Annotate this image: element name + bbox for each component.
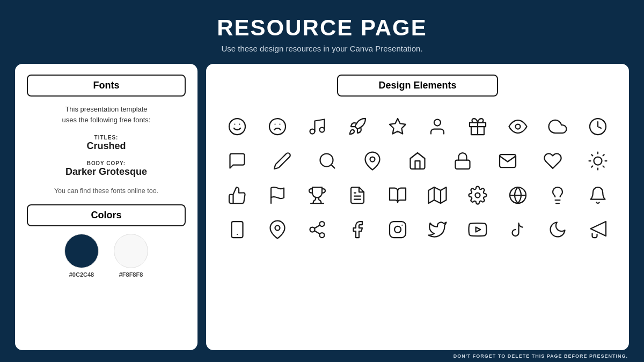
icon-eye <box>502 113 534 141</box>
body-font-item: BODY COPY: Darker Grotesque <box>27 160 186 178</box>
icon-globe <box>502 181 534 209</box>
swatch-dark: #0C2C48 <box>64 234 99 278</box>
icon-share <box>301 216 333 243</box>
svg-marker-48 <box>476 227 481 232</box>
svg-line-44 <box>314 231 320 234</box>
icon-moon <box>541 216 574 243</box>
icon-instagram <box>382 216 414 243</box>
icon-bulb <box>541 181 574 209</box>
color-swatches: #0C2C48 #F8F8F8 <box>27 234 186 278</box>
svg-point-42 <box>310 227 315 232</box>
icon-gift <box>462 113 494 141</box>
svg-line-26 <box>603 154 604 156</box>
icon-tiktok <box>502 216 534 243</box>
icon-lock <box>447 147 479 175</box>
icon-flag <box>261 181 294 209</box>
svg-point-7 <box>320 128 325 132</box>
swatch-light-circle <box>114 234 148 268</box>
icon-mail <box>492 147 524 175</box>
icon-document <box>341 181 374 209</box>
fonts-section-label: Fonts <box>27 75 186 97</box>
icon-music <box>301 113 333 141</box>
icon-row-1 <box>221 113 614 141</box>
icon-heart <box>537 147 569 175</box>
footer-note: Don't forget to delete this page before … <box>0 350 644 362</box>
svg-line-25 <box>591 166 592 167</box>
svg-point-6 <box>310 129 315 134</box>
title-font-item: TITLES: Crushed <box>27 135 186 152</box>
right-panel: Design Elements <box>206 64 629 350</box>
icon-book <box>382 181 414 209</box>
title-font-name: Crushed <box>27 141 186 152</box>
icon-row-2 <box>221 147 614 175</box>
svg-point-41 <box>320 221 325 226</box>
icon-home <box>401 147 434 175</box>
svg-line-22 <box>603 166 604 167</box>
svg-marker-8 <box>390 119 406 134</box>
icon-location <box>261 216 294 243</box>
svg-rect-17 <box>456 160 470 169</box>
svg-line-21 <box>591 154 592 156</box>
swatch-dark-circle <box>64 234 99 268</box>
find-fonts-text: You can find these fonts online too. <box>27 187 186 195</box>
icon-trophy <box>301 181 333 209</box>
icon-chat <box>221 147 253 175</box>
icon-phone <box>221 216 253 243</box>
swatch-light: #F8F8F8 <box>114 234 148 278</box>
icon-facebook <box>341 216 374 243</box>
svg-point-12 <box>515 124 520 129</box>
swatch-light-label: #F8F8F8 <box>119 271 143 278</box>
body-font-label: BODY COPY: <box>27 160 186 166</box>
icon-sad <box>261 113 294 141</box>
icon-thumbsup <box>221 181 253 209</box>
icon-pencil <box>266 147 298 175</box>
icon-bell <box>582 181 614 209</box>
svg-point-40 <box>275 226 280 231</box>
page-subtitle: Use these design resources in your Canva… <box>0 44 644 53</box>
svg-point-0 <box>229 119 245 135</box>
svg-point-43 <box>320 233 325 238</box>
svg-rect-38 <box>232 221 243 238</box>
swatch-dark-label: #0C2C48 <box>69 271 94 278</box>
design-elements-header: Design Elements <box>221 75 614 104</box>
page-title: RESOURCE PAGE <box>0 15 644 41</box>
icon-cloud <box>541 113 574 141</box>
icon-sun <box>582 147 614 175</box>
svg-line-45 <box>314 225 320 228</box>
icon-clock <box>582 113 614 141</box>
icon-megaphone <box>582 216 614 243</box>
icon-row-3 <box>221 181 614 209</box>
icon-rocket <box>341 113 374 141</box>
svg-point-9 <box>434 120 441 126</box>
svg-point-16 <box>370 157 375 162</box>
icon-twitter <box>421 216 453 243</box>
svg-point-3 <box>269 119 286 135</box>
svg-point-33 <box>475 193 480 198</box>
icon-row-4 <box>221 216 614 243</box>
left-panel: Fonts This presentation templateuses the… <box>15 64 197 350</box>
icon-map <box>421 181 453 209</box>
icon-pin <box>356 147 389 175</box>
page-header: RESOURCE PAGE Use these design resources… <box>0 0 644 58</box>
main-content: Fonts This presentation templateuses the… <box>0 64 644 350</box>
icon-smiley <box>221 113 253 141</box>
icon-settings <box>462 181 494 209</box>
icon-search <box>311 147 343 175</box>
colors-section-label: Colors <box>27 204 186 226</box>
icon-star <box>382 113 414 141</box>
body-font-name: Darker Grotesque <box>27 166 186 178</box>
design-elements-label: Design Elements <box>337 75 498 97</box>
fonts-description: This presentation templateuses the follo… <box>27 104 186 125</box>
svg-line-15 <box>331 165 335 168</box>
icons-grid <box>221 113 614 339</box>
svg-marker-30 <box>429 187 447 203</box>
icon-user <box>421 113 453 141</box>
title-font-label: TITLES: <box>27 135 186 141</box>
colors-section: Colors #0C2C48 #F8F8F8 <box>27 204 186 278</box>
svg-point-18 <box>594 157 602 165</box>
icon-youtube <box>462 216 494 243</box>
svg-rect-46 <box>390 221 406 238</box>
